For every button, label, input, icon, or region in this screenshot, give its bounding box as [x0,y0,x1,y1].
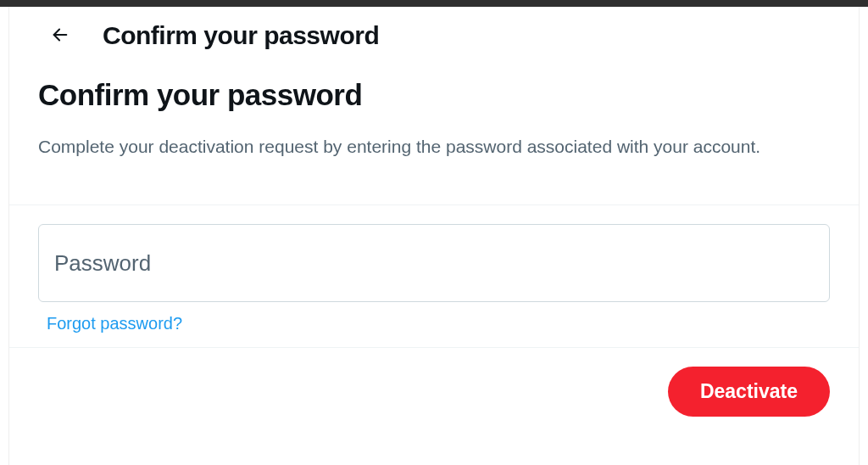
footer: Deactivate [9,348,859,435]
main-content: Confirm your password Complete your deac… [9,73,859,181]
back-button[interactable] [43,19,77,53]
deactivate-button[interactable]: Deactivate [668,367,830,417]
forgot-password-link[interactable]: Forgot password? [47,314,182,333]
header: Confirm your password [9,7,859,73]
page-description: Complete your deactivation request by en… [38,134,830,159]
page-title: Confirm your password [38,78,830,112]
settings-panel: Confirm your password Confirm your passw… [8,7,860,465]
header-title: Confirm your password [103,21,379,50]
password-input[interactable] [38,224,830,302]
window-top-bar [0,0,868,7]
form-section: Forgot password? [9,205,859,347]
arrow-left-icon [51,25,70,47]
